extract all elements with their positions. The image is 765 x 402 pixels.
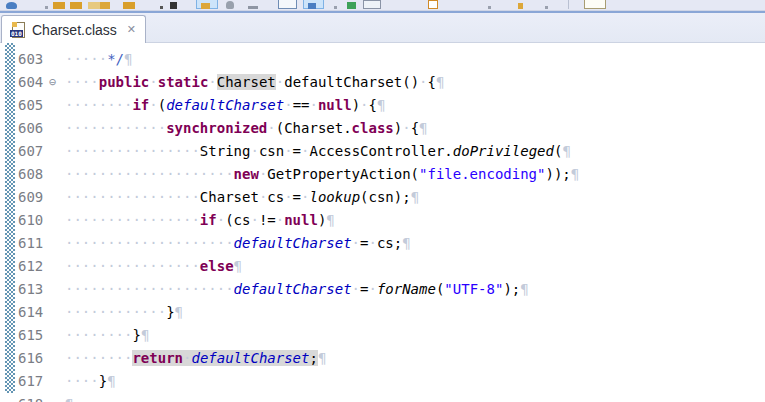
toolbar-icon-fragment[interactable] [170,2,177,9]
code-segment: · [368,281,376,297]
code-text: ····················new·GetPropertyActio… [65,163,579,186]
toolbar-icon-fragment[interactable] [6,2,17,9]
toolbar-icon-fragment[interactable] [584,0,606,9]
toolbar-icon-fragment[interactable] [123,2,135,9]
fold-column [49,163,65,186]
code-line[interactable]: 607················String·csn·=·AccessCo… [0,140,765,163]
line-number[interactable]: 608 [0,163,49,186]
code-segment: · [309,97,317,113]
line-number[interactable]: 618 [0,393,49,402]
code-segment: ); [503,281,520,297]
code-line[interactable]: 611····················defaultCharset·=·… [0,232,765,255]
code-segment: ¶ [124,51,132,67]
code-text: ············synchronized·(Charset.class)… [65,117,428,140]
code-segment: ············ [65,120,166,136]
toolbar-icon-fragment[interactable] [226,1,234,9]
fold-column [49,393,65,402]
tab-close-icon[interactable]: ✕ [127,23,136,36]
toolbar-icon-fragment[interactable] [88,2,100,9]
code-line[interactable]: 604⊖····public·static·Charset·defaultCha… [0,71,765,94]
line-number[interactable]: 613 [0,278,49,301]
code-segment: ············ [65,304,166,320]
code-line[interactable]: 606············synchronized·(Charset.cla… [0,117,765,140]
code-segment: · [208,74,216,90]
fold-column [49,209,65,232]
code-line[interactable]: 610················if·(cs·!=·null)¶ [0,209,765,232]
code-editor[interactable]: 603·····*/¶604⊖····public·static·Charset… [0,43,765,402]
code-line[interactable]: 613····················defaultCharset·=·… [0,278,765,301]
code-segment: if [132,97,149,113]
toolbar-icon-fragment[interactable] [160,6,163,9]
toolbar-icon-fragment[interactable] [334,6,337,9]
code-segment: Charset [200,189,259,205]
code-segment: · [149,74,157,90]
line-number[interactable]: 605 [0,94,49,117]
code-line[interactable]: 618¶ [0,393,765,402]
line-number[interactable]: 604 [0,71,49,94]
code-segment: } [166,304,174,320]
line-number[interactable]: 609 [0,186,49,209]
line-number[interactable]: 612 [0,255,49,278]
tab-title: Charset.class [32,22,117,38]
fold-column [49,370,65,393]
code-line[interactable]: 617····}¶ [0,370,765,393]
toolbar-icon-fragment[interactable] [363,0,381,9]
code-segment: if [200,212,217,228]
fold-column [49,255,65,278]
toolbar-icon-fragment[interactable] [100,2,110,9]
code-line[interactable]: 608····················new·GetPropertyAc… [0,163,765,186]
code-segment: · [149,97,157,113]
fold-collapse-icon[interactable]: ⊖ [49,71,65,94]
toolbar-icon-fragment[interactable] [278,0,297,9]
toolbar-icon-fragment[interactable] [488,6,491,9]
toolbar-icon-fragment[interactable] [308,3,316,9]
code-segment: (Charset. [276,120,352,136]
code-segment: ········ [65,97,132,113]
toolbar-icon-fragment[interactable] [568,0,569,9]
code-segment: ¶ [234,258,242,274]
code-line[interactable]: 603·····*/¶ [0,48,765,71]
code-segment: · [284,97,292,113]
code-segment: · [250,143,258,159]
code-segment: ¶ [402,235,410,251]
line-number[interactable]: 610 [0,209,49,232]
line-number[interactable]: 616 [0,347,49,370]
code-line[interactable]: 616········return·defaultCharset;¶ [0,347,765,370]
code-segment: defaultCharset() [284,74,419,90]
code-segment: defaultCharset [234,235,352,251]
toolbar-icon-fragment[interactable] [545,6,548,9]
toolbar-icon-fragment[interactable] [248,6,258,9]
occurrence-highlight: Charset [217,74,276,90]
code-segment: ¶ [318,350,326,366]
code-segment: } [99,373,107,389]
toolbar-icon-fragment[interactable] [53,2,65,9]
toolbar-icon-fragment[interactable] [428,0,438,9]
code-segment: ¶ [436,74,444,90]
toolbar-icon-fragment[interactable] [70,2,82,9]
code-segment: == [293,97,310,113]
toolbar-icon-fragment[interactable] [201,3,210,9]
tab-charset-class[interactable]: 010 Charset.class ✕ [1,15,146,43]
line-number[interactable]: 603 [0,48,49,71]
code-segment: "UTF-8" [444,281,503,297]
toolbar-icon-fragment[interactable] [347,2,356,9]
code-line[interactable]: 609················Charset·cs·=·lookup(c… [0,186,765,209]
line-number[interactable]: 615 [0,324,49,347]
code-line[interactable]: 615········}¶ [0,324,765,347]
toolbar-icon-fragment[interactable] [518,3,523,9]
code-segment: · [267,120,275,136]
line-number[interactable]: 611 [0,232,49,255]
line-number[interactable]: 606 [0,117,49,140]
code-line[interactable]: 612················else¶ [0,255,765,278]
line-number[interactable]: 617 [0,370,49,393]
line-number[interactable]: 614 [0,301,49,324]
code-segment: defaultCharset [166,97,284,113]
code-line[interactable]: 614············}¶ [0,301,765,324]
toolbar-icon-fragment[interactable] [45,6,48,9]
line-number[interactable]: 607 [0,140,49,163]
code-segment: ················ [65,189,200,205]
code-segment: ¶ [520,281,528,297]
code-segment: null [318,97,352,113]
code-line[interactable]: 605········if·(defaultCharset·==·null)·{… [0,94,765,117]
code-segment: = [293,189,301,205]
